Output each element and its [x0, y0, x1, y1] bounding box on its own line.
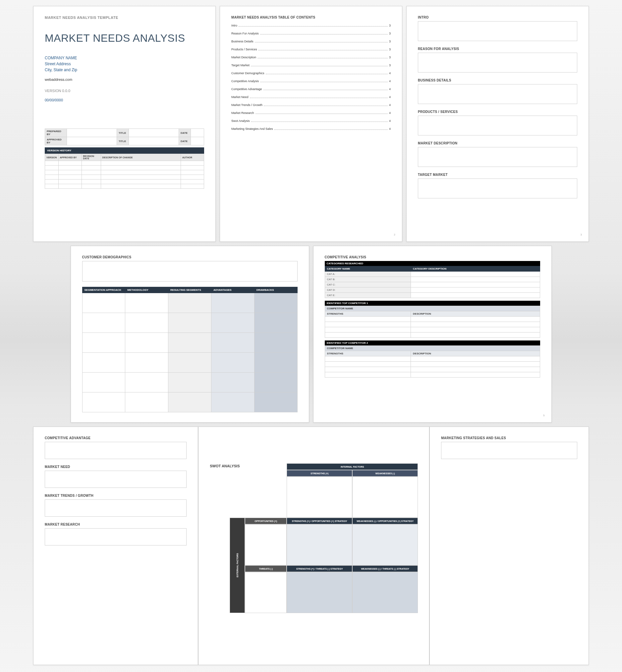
- page-toc: MARKET NEEDS ANALYSIS TABLE OF CONTENTS …: [220, 6, 402, 242]
- toc-item-page: 3: [389, 48, 391, 51]
- toc-row: Customer Demographics4: [231, 72, 391, 75]
- toc-item-title: Swot Analysis: [231, 119, 250, 122]
- company-block: COMPANY NAME Street Address City, State …: [45, 55, 204, 73]
- section-textbox[interactable]: [45, 528, 186, 546]
- meta-table: PREPARED BY TITLE DATE APPROVED BY TITLE…: [45, 128, 204, 145]
- toc-item-title: Business Details: [231, 40, 253, 43]
- threats-cell[interactable]: [245, 572, 287, 613]
- page-intro-sections: INTROREASON FOR ANALYSISBUSINESS DETAILS…: [406, 6, 589, 242]
- section-textbox[interactable]: [418, 179, 577, 198]
- section-label: MARKET TRENDS / GROWTH: [45, 494, 186, 497]
- section-label: PRODUCTS / SERVICES: [418, 110, 577, 114]
- toc-row: Marketing Strategies And Sales4: [231, 127, 391, 130]
- internal-factors-label: INTERNAL FACTORS: [287, 463, 418, 470]
- toc-item-page: 4: [389, 111, 391, 115]
- toc-row: Intro3: [231, 24, 391, 27]
- wt-header: WEAKNESSES (-) / THREATS (-) STRATEGY: [352, 565, 418, 572]
- toc-row: Market Research4: [231, 111, 391, 115]
- version-history-header: VERSION HISTORY: [45, 147, 204, 154]
- toc-item-page: 3: [389, 24, 391, 27]
- date-label: DATE: [179, 129, 191, 137]
- toc-row: Reason For Analysis3: [231, 32, 391, 35]
- toc-row: Competitive Advantage4: [231, 87, 391, 91]
- doc-date: 00/00/0000: [45, 98, 204, 102]
- section-label: COMPETITIVE ADVANTAGE: [45, 436, 186, 440]
- toc-row: Market Trends / Growth4: [231, 103, 391, 107]
- company-name: COMPANY NAME: [45, 55, 204, 61]
- opportunities-header: OPPORTUNITIES (+): [245, 518, 287, 524]
- marketing-title: MARKETING STRATEGIES AND SALES: [441, 436, 577, 440]
- toc-item-title: Competitive Advantage: [231, 87, 262, 91]
- toc-item-title: Products / Services: [231, 48, 257, 51]
- toc-item-title: Competitive Analysis: [231, 79, 259, 83]
- weaknesses-cell[interactable]: [352, 477, 418, 518]
- opportunities-cell[interactable]: [245, 524, 287, 565]
- wt-cell[interactable]: [352, 572, 418, 613]
- demographics-table: SEGMENTATION APPROACH METHODOLOGY RESULT…: [82, 287, 298, 412]
- st-header: STRENGTHS (+) / THREATS (-) STRATEGY: [287, 565, 352, 572]
- section-textbox[interactable]: [45, 471, 186, 488]
- section-label: INTRO: [418, 15, 577, 19]
- toc-item-page: 3: [389, 32, 391, 35]
- toc-item-title: Market Description: [231, 55, 256, 59]
- section-label: MARKET RESEARCH: [45, 523, 186, 526]
- section-textbox[interactable]: [418, 147, 577, 167]
- doc-title: MARKET NEEDS ANALYSIS: [45, 32, 204, 44]
- wo-header: WEAKNESSES (-) / OPPORTUNITIES (+) STRAT…: [352, 518, 418, 524]
- section-textbox[interactable]: [418, 53, 577, 73]
- swot-title: SWOT ANALYSIS: [210, 464, 240, 468]
- strengths-header: STRENGTHS (+): [287, 470, 352, 477]
- st-cell[interactable]: [287, 572, 352, 613]
- weaknesses-header: WEAKNESSES (-): [352, 470, 418, 477]
- page-number: 5: [543, 414, 545, 417]
- competitive-title: COMPETITIVE ANALYSIS: [325, 255, 540, 259]
- doc-version: VERSION 0.0.0: [45, 89, 204, 93]
- page-swot: SWOT ANALYSIS INTERNAL FACTORS STRENGTHS…: [198, 426, 429, 665]
- toc-item-page: 3: [389, 40, 391, 43]
- toc-item-page: 4: [389, 119, 391, 122]
- section-label: MARKET NEED: [45, 465, 186, 469]
- section-textbox[interactable]: [418, 21, 577, 41]
- swot-grid: INTERNAL FACTORS STRENGTHS (+) WEAKNESSE…: [230, 463, 418, 613]
- section-textbox[interactable]: [418, 116, 577, 136]
- threats-header: THREATS (-): [245, 565, 287, 572]
- page-cover: MARKET NEEDS ANALYSIS TEMPLATE MARKET NE…: [33, 6, 216, 242]
- section-textbox[interactable]: [45, 499, 186, 517]
- competitor2-table: COMPETITOR NAME STRENGTHSDESCRIPTION: [325, 345, 540, 378]
- company-web: webaddress.com: [45, 77, 204, 81]
- demographics-textbox[interactable]: [82, 261, 298, 282]
- toc-row: Swot Analysis4: [231, 119, 391, 122]
- toc-item-page: 4: [389, 127, 391, 130]
- so-header: STRENGTHS (+) / OPPORTUNITIES (+) STRATE…: [287, 518, 352, 524]
- version-history-table: VERSION APPROVED BY REVISION DATE DESCRI…: [45, 154, 204, 189]
- page-competitive-analysis: COMPETITIVE ANALYSIS CATEGORIES RESEARCH…: [313, 246, 552, 423]
- toc-item-title: Customer Demographics: [231, 72, 265, 75]
- toc-row: Target Market3: [231, 64, 391, 67]
- section-label: BUSINESS DETAILS: [418, 78, 577, 82]
- section-label: MARKET DESCRIPTION: [418, 141, 577, 145]
- toc-row: Competitive Analysis4: [231, 79, 391, 83]
- section-label: REASON FOR ANALYSIS: [418, 47, 577, 51]
- competitor2-header: IDENTIFIED TOP COMPETITOR 2: [325, 340, 540, 345]
- marketing-textbox[interactable]: [441, 442, 577, 459]
- page-marketing-strategies: MARKETING STRATEGIES AND SALES: [429, 426, 589, 665]
- wo-cell[interactable]: [352, 524, 418, 565]
- toc-item-page: 4: [389, 72, 391, 75]
- toc-item-title: Intro: [231, 24, 237, 27]
- so-cell[interactable]: [287, 524, 352, 565]
- toc-title: MARKET NEEDS ANALYSIS TABLE OF CONTENTS: [231, 15, 391, 19]
- strengths-cell[interactable]: [287, 477, 352, 518]
- toc-item-title: Marketing Strategies And Sales: [231, 127, 273, 130]
- toc-row: Business Details3: [231, 40, 391, 43]
- template-label: MARKET NEEDS ANALYSIS TEMPLATE: [45, 15, 204, 20]
- toc-item-title: Target Market: [231, 64, 249, 67]
- toc-item-title: Market Trends / Growth: [231, 103, 263, 107]
- categories-researched-header: CATEGORIES RESEARCHED: [325, 261, 540, 266]
- section-textbox[interactable]: [45, 442, 186, 459]
- toc-item-title: Market Research: [231, 111, 254, 115]
- toc-item-page: 3: [389, 64, 391, 67]
- toc-item-title: Market Need: [231, 96, 248, 99]
- section-textbox[interactable]: [418, 84, 577, 104]
- company-city: City, State and Zip: [45, 67, 204, 73]
- toc-row: Market Need4: [231, 96, 391, 99]
